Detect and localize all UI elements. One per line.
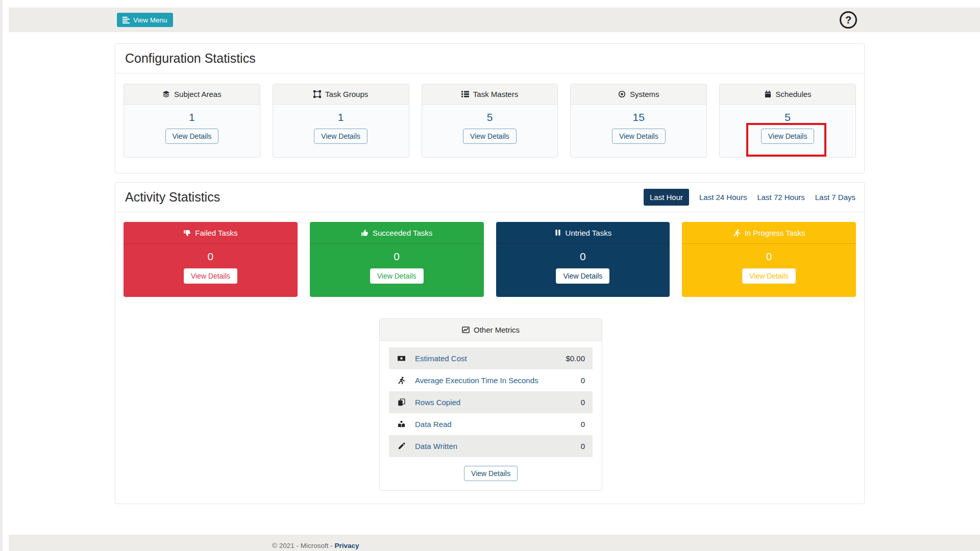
systems-card: Systems 15 View Details (570, 84, 707, 158)
page-title: Configuration Statistics (125, 51, 256, 66)
card-label: Failed Tasks (195, 229, 237, 237)
top-bar: View Menu ? (9, 8, 980, 32)
dashboard-page: View Menu ? Configuration Statistics Sub… (0, 0, 980, 551)
thumbs-up-icon (361, 229, 369, 237)
metric-label[interactable]: Data Written (415, 442, 457, 450)
view-details-button[interactable]: View Details (742, 268, 796, 284)
thumbs-down-icon (183, 229, 191, 237)
copyright-text: © 2021 - Microsoft - (272, 542, 333, 549)
card-label: Systems (630, 90, 659, 98)
list-icon (461, 90, 469, 98)
activity-statistics-header: Activity Statistics Last Hour Last 24 Ho… (115, 183, 864, 212)
metric-value: $0.00 (566, 354, 585, 363)
task-masters-card: Task Masters 5 View Details (422, 84, 558, 158)
metric-row: Data Read 0 (389, 413, 593, 435)
time-filter-group: Last Hour Last 24 Hours Last 72 Hours La… (644, 189, 855, 206)
task-groups-card: Task Groups 1 View Details (273, 84, 409, 158)
footer-text: © 2021 - Microsoft - Privacy (272, 542, 359, 549)
privacy-link[interactable]: Privacy (335, 542, 359, 549)
view-menu-button[interactable]: View Menu (117, 13, 173, 27)
view-details-button[interactable]: View Details (612, 129, 666, 144)
schedules-card: Schedules 5 View Details (719, 84, 856, 158)
filter-last-24-hours[interactable]: Last 24 Hours (699, 193, 747, 202)
view-details-button[interactable]: View Details (314, 129, 368, 144)
chart-line-icon (462, 326, 470, 334)
card-label: Succeeded Tasks (373, 229, 432, 237)
book-reader-icon (397, 420, 406, 428)
layers-icon (162, 90, 170, 98)
running-icon (397, 377, 406, 384)
view-details-button[interactable]: View Details (761, 129, 815, 144)
metric-value: 0 (581, 376, 585, 385)
filter-last-7-days[interactable]: Last 7 Days (815, 193, 855, 202)
metric-row: Rows Copied 0 (389, 391, 593, 413)
metric-row: Estimated Cost $0.00 (389, 347, 593, 369)
card-value: 0 (682, 251, 856, 263)
card-label: Untried Tasks (566, 229, 612, 237)
configuration-statistics-header: Configuration Statistics (115, 44, 864, 73)
configuration-statistics-panel: Configuration Statistics Subject Areas 1… (115, 43, 865, 173)
metric-value: 0 (581, 442, 585, 450)
succeeded-tasks-card: Succeeded Tasks 0 View Details (310, 222, 484, 297)
filter-last-hour[interactable]: Last Hour (644, 189, 689, 206)
copy-icon (397, 398, 406, 406)
metric-label[interactable]: Average Execution Time In Seconds (415, 376, 538, 385)
view-menu-label: View Menu (133, 16, 167, 24)
align-left-icon (122, 16, 130, 23)
card-value: 0 (124, 251, 298, 263)
failed-tasks-card: Failed Tasks 0 View Details (124, 222, 298, 297)
untried-tasks-card: Untried Tasks 0 View Details (496, 222, 670, 297)
view-details-button[interactable]: View Details (556, 268, 609, 284)
card-value: 5 (422, 111, 558, 123)
subject-areas-card: Subject Areas 1 View Details (124, 84, 260, 158)
view-details-button[interactable]: View Details (184, 268, 237, 284)
calendar-icon (764, 90, 772, 98)
metric-label[interactable]: Estimated Cost (415, 354, 467, 363)
filter-last-72-hours[interactable]: Last 72 Hours (757, 193, 804, 202)
pause-icon (554, 229, 561, 236)
window-edge (0, 0, 3, 551)
help-glyph: ? (845, 14, 851, 26)
configuration-cards-row: Subject Areas 1 View Details Task Groups… (115, 73, 864, 168)
card-label: In Progress Tasks (745, 229, 805, 237)
activity-cards-row: Failed Tasks 0 View Details Succeeded Ta… (115, 212, 864, 307)
footer: © 2021 - Microsoft - Privacy (9, 535, 980, 551)
view-details-button[interactable]: View Details (370, 268, 424, 284)
card-label: Task Groups (325, 90, 368, 98)
help-icon[interactable]: ? (840, 11, 857, 29)
card-value: 15 (571, 111, 706, 123)
metric-label[interactable]: Data Read (415, 420, 452, 429)
metric-label[interactable]: Rows Copied (415, 398, 460, 407)
card-value: 1 (124, 111, 260, 123)
other-metrics-panel: Other Metrics Estimated Cost $0.00 Avera… (379, 318, 602, 491)
metric-row: Average Execution Time In Seconds 0 (389, 369, 593, 391)
running-icon (733, 229, 741, 237)
bullseye-icon (618, 90, 626, 98)
card-value: 1 (273, 111, 409, 123)
view-details-button[interactable]: View Details (463, 129, 517, 144)
metric-value: 0 (581, 420, 585, 429)
metric-row: Data Written 0 (389, 435, 593, 457)
metrics-list: Estimated Cost $0.00 Average Execution T… (380, 341, 602, 457)
section-title: Activity Statistics (125, 190, 220, 205)
card-value: 5 (720, 111, 855, 123)
card-label: Schedules (776, 90, 812, 98)
metrics-title: Other Metrics (474, 325, 520, 334)
metric-value: 0 (581, 398, 585, 407)
pencil-icon (397, 442, 406, 450)
money-bill-icon (397, 354, 406, 363)
card-value: 0 (496, 251, 670, 263)
object-group-icon (313, 90, 321, 98)
card-label: Subject Areas (174, 90, 222, 98)
view-details-button[interactable]: View Details (165, 129, 219, 144)
card-value: 0 (310, 251, 484, 263)
card-label: Task Masters (473, 90, 518, 98)
view-details-button[interactable]: View Details (464, 466, 518, 481)
in-progress-tasks-card: In Progress Tasks 0 View Details (682, 222, 856, 297)
